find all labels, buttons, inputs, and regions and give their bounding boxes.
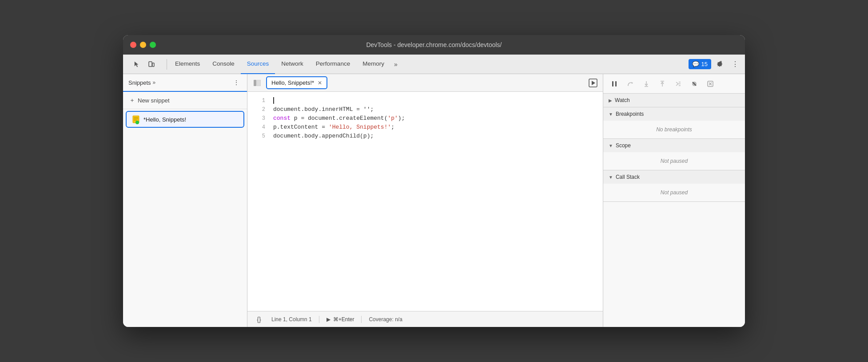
- main-content: Snippets » ⋮ ＋ New snippet *Hell: [123, 74, 745, 327]
- breakpoints-section: ▼ Breakpoints No breakpoints: [603, 107, 745, 139]
- run-play-icon: ▶: [326, 316, 330, 323]
- new-snippet-label: New snippet: [138, 97, 170, 104]
- sidebar-more-icon[interactable]: »: [153, 79, 156, 86]
- scope-not-paused-text: Not paused: [661, 158, 688, 164]
- status-divider-2: [361, 316, 362, 323]
- pause-on-exceptions-button[interactable]: [705, 78, 716, 90]
- tab-elements[interactable]: Elements: [169, 55, 206, 74]
- run-button[interactable]: ▶ ⌘+Enter: [326, 316, 354, 323]
- tab-memory[interactable]: Memory: [356, 55, 390, 74]
- inspect-icon[interactable]: [130, 58, 143, 71]
- svg-marker-9: [592, 81, 595, 85]
- more-tabs-button[interactable]: »: [390, 55, 401, 74]
- tabbar-right: 💬 15 ⋮: [689, 58, 741, 71]
- debugger-toolbar: [603, 74, 745, 94]
- svg-rect-4: [134, 118, 138, 119]
- breakpoints-header[interactable]: ▼ Breakpoints: [603, 107, 745, 121]
- snippet-item-hello[interactable]: *Hello, Snippets!: [126, 111, 244, 128]
- status-bar: {} Line 1, Column 1 ▶ ⌘+Enter Coverage: …: [247, 311, 603, 327]
- step-into-button[interactable]: [641, 78, 652, 90]
- issues-icon: 💬: [692, 61, 699, 67]
- code-line-2: 2 document.body.innerHTML = '';: [247, 106, 603, 115]
- svg-rect-6: [254, 80, 256, 86]
- new-snippet-button[interactable]: ＋ New snippet: [123, 92, 247, 109]
- traffic-lights: [130, 42, 156, 48]
- no-breakpoints-text: No breakpoints: [656, 126, 692, 133]
- sidebar: Snippets » ⋮ ＋ New snippet *Hell: [123, 74, 247, 327]
- callstack-header[interactable]: ▼ Call Stack: [603, 170, 745, 184]
- issues-badge[interactable]: 💬 15: [689, 59, 711, 69]
- right-panel: ▶ Watch ▼ Breakpoints No breakpoints ▼ S…: [603, 74, 745, 327]
- run-snippet-button[interactable]: [587, 77, 599, 89]
- editor-area: Hello, Snippets!* ✕ 1: [247, 74, 603, 327]
- callstack-section: ▼ Call Stack Not paused: [603, 170, 745, 202]
- sidebar-header: Snippets » ⋮: [123, 74, 247, 92]
- minimize-button[interactable]: [140, 42, 146, 48]
- run-shortcut: ⌘+Enter: [333, 316, 354, 323]
- tab-console[interactable]: Console: [206, 55, 241, 74]
- maximize-button[interactable]: [150, 42, 156, 48]
- editor-tab-label: Hello, Snippets!*: [271, 79, 314, 86]
- code-line-4: 4 p.textContent = 'Hello, Snippets!';: [247, 124, 603, 133]
- tabbar-icons: [127, 58, 161, 71]
- scope-label: Scope: [616, 142, 631, 149]
- sidebar-title: Snippets: [128, 79, 151, 86]
- device-toggle-icon[interactable]: [145, 58, 158, 71]
- close-button[interactable]: [130, 42, 136, 48]
- devtools-window: DevTools - developer.chrome.com/docs/dev…: [123, 35, 745, 327]
- tab-network[interactable]: Network: [275, 55, 310, 74]
- cursor-position: Line 1, Column 1: [271, 316, 312, 323]
- scope-chevron-icon: ▼: [609, 143, 613, 148]
- callstack-body: Not paused: [603, 184, 745, 201]
- scope-body: Not paused: [603, 152, 745, 170]
- step-over-button[interactable]: [625, 78, 636, 90]
- sidebar-actions: ⋮: [231, 77, 242, 88]
- new-snippet-plus-icon: ＋: [129, 96, 135, 104]
- callstack-not-paused-text: Not paused: [661, 189, 688, 196]
- coverage-label: Coverage: n/a: [369, 316, 402, 323]
- issues-count: 15: [701, 61, 708, 67]
- code-editor[interactable]: 1 2 document.body.innerHTML = ''; 3 cons…: [247, 92, 603, 311]
- tab-sources[interactable]: Sources: [241, 55, 275, 74]
- tabbar: Elements Console Sources Network Perform…: [123, 55, 745, 74]
- svg-rect-1: [152, 63, 154, 67]
- status-divider: [319, 316, 319, 323]
- step-button[interactable]: [673, 78, 684, 90]
- scope-header[interactable]: ▼ Scope: [603, 139, 745, 152]
- watch-section: ▶ Watch: [603, 94, 745, 107]
- toggle-sidebar-button[interactable]: [251, 77, 263, 89]
- window-title: DevTools - developer.chrome.com/docs/dev…: [130, 41, 738, 48]
- watch-chevron-icon: ▶: [609, 98, 612, 103]
- step-out-button[interactable]: [657, 78, 668, 90]
- code-line-5: 5 document.body.appendChild(p);: [247, 133, 603, 142]
- watch-header[interactable]: ▶ Watch: [603, 94, 745, 107]
- tab-performance[interactable]: Performance: [310, 55, 356, 74]
- callstack-label: Call Stack: [616, 174, 640, 180]
- deactivate-breakpoints-button[interactable]: [689, 78, 700, 90]
- svg-rect-7: [257, 80, 261, 86]
- breakpoints-body: No breakpoints: [603, 121, 745, 138]
- more-options-button[interactable]: ⋮: [729, 58, 741, 71]
- watch-label: Watch: [615, 97, 630, 103]
- editor-tab-hello-snippets[interactable]: Hello, Snippets!* ✕: [266, 76, 327, 89]
- svg-rect-0: [149, 62, 152, 67]
- snippet-name: *Hello, Snippets!: [143, 116, 186, 123]
- breakpoints-label: Breakpoints: [616, 111, 644, 117]
- editor-tab-close-button[interactable]: ✕: [318, 80, 322, 86]
- scope-section: ▼ Scope Not paused: [603, 139, 745, 170]
- svg-rect-10: [612, 81, 613, 87]
- snippet-running-dot: [135, 121, 139, 124]
- code-line-1: 1: [247, 97, 603, 106]
- settings-button[interactable]: [714, 58, 726, 71]
- editor-tabs: Hello, Snippets!* ✕: [247, 74, 603, 92]
- code-line-3: 3 const p = document.createElement('p');: [247, 115, 603, 124]
- svg-rect-3: [134, 117, 138, 118]
- svg-rect-11: [615, 81, 617, 87]
- callstack-chevron-icon: ▼: [609, 175, 613, 180]
- tab-divider: [167, 59, 167, 70]
- sidebar-more-options[interactable]: ⋮: [231, 77, 242, 88]
- titlebar: DevTools - developer.chrome.com/docs/dev…: [123, 35, 745, 55]
- format-button[interactable]: {}: [254, 314, 264, 325]
- pause-resume-button[interactable]: [609, 78, 620, 90]
- breakpoints-chevron-icon: ▼: [609, 112, 613, 117]
